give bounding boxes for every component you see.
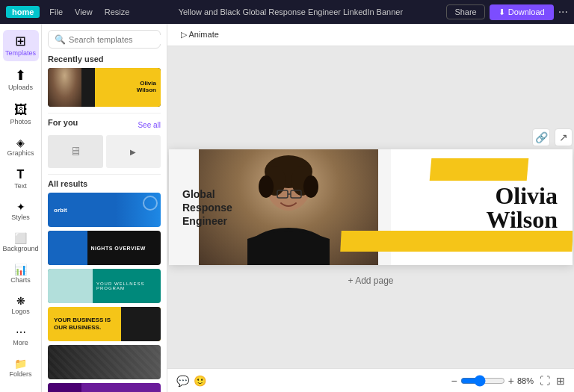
- sidebar-item-uploads[interactable]: ⬆ Uploads: [3, 64, 39, 96]
- for-you-section: For you See all 🖥 ▶: [48, 118, 161, 168]
- animate-icon: ▷: [181, 30, 187, 39]
- sidebar-item-photos[interactable]: 🖼 Photos: [3, 99, 39, 130]
- banner-name: Olivia Wilson: [487, 184, 558, 231]
- all-results-section: All results orbit NIGHTS OVERVIEW YOUR W…: [48, 179, 161, 392]
- styles-icon: ✦: [16, 202, 25, 212]
- for-you-item-1[interactable]: 🖥: [48, 135, 103, 168]
- sidebar-item-styles[interactable]: ✦ Styles: [3, 197, 39, 225]
- top-bar: home File View Resize Yellow and Black G…: [0, 0, 574, 24]
- menu-view[interactable]: View: [70, 6, 98, 18]
- sidebar-label-templates: Templates: [5, 49, 36, 57]
- sidebar-label-uploads: Uploads: [8, 84, 33, 91]
- canvas-link-button[interactable]: 🔗: [532, 128, 550, 146]
- banner-background: Global Response Engineer Olivia Wilson: [169, 149, 573, 265]
- canvas-container: 🔗 ↗: [169, 149, 573, 265]
- main-layout: ⊞ Templates ⬆ Uploads 🖼 Photos ◈ Graphic…: [0, 24, 574, 392]
- grid-icon[interactable]: ⊞: [556, 375, 565, 387]
- svg-point-5: [303, 175, 318, 198]
- uploads-icon: ⬆: [15, 69, 26, 82]
- sidebar-label-graphics: Graphics: [7, 149, 34, 157]
- add-page-button[interactable]: + Add page: [339, 273, 402, 289]
- topbar-actions: Share ⬇ Download ···: [446, 4, 568, 20]
- template-item-2[interactable]: NIGHTS OVERVIEW: [48, 231, 161, 265]
- document-title: Yellow and Black Global Response Enginee…: [139, 7, 442, 16]
- sidebar-item-templates[interactable]: ⊞ Templates: [3, 30, 39, 61]
- sidebar-label-background: Background: [2, 245, 38, 252]
- brand-home[interactable]: home: [6, 6, 40, 18]
- sidebar-item-text[interactable]: T Text: [3, 164, 39, 194]
- zoom-value: 88%: [517, 376, 534, 385]
- text-icon: T: [17, 169, 25, 181]
- panel-divider-1: [48, 113, 161, 113]
- background-icon: ⬜: [14, 233, 27, 243]
- zoom-slider[interactable]: [460, 375, 505, 387]
- graphics-icon: ◈: [16, 137, 25, 148]
- recently-used-thumb[interactable]: Olivia Wilson: [48, 68, 161, 107]
- search-icon: 🔍: [55, 34, 66, 45]
- recently-used-title: Recently used: [48, 55, 161, 63]
- template-item-4[interactable]: YOUR BUSINESS ISOUR BUSINESS.: [48, 307, 161, 341]
- search-bar[interactable]: 🔍 ⊟: [48, 30, 161, 49]
- comment-icon[interactable]: 💬: [176, 375, 189, 387]
- svg-point-4: [259, 175, 274, 198]
- for-you-item-2[interactable]: ▶: [106, 135, 161, 168]
- banner-yellow-top: [430, 158, 529, 181]
- download-button[interactable]: ⬇ Download: [490, 4, 554, 20]
- recently-used-section: Recently used Olivia Wilson: [48, 55, 161, 107]
- sidebar-item-folders[interactable]: 📁 Folders: [3, 354, 39, 382]
- sidebar-item-graphics[interactable]: ◈ Graphics: [3, 133, 39, 161]
- sidebar-label-logos: Logos: [11, 308, 30, 315]
- zoom-in-button[interactable]: +: [508, 375, 514, 387]
- sidebar-label-charts: Charts: [10, 276, 31, 284]
- top-menu: File View Resize: [44, 6, 135, 18]
- name-line1: Olivia: [487, 184, 558, 208]
- fullscreen-icon[interactable]: ⛶: [540, 375, 550, 387]
- sidebar-item-more[interactable]: ⋯ More: [3, 323, 39, 351]
- more-icon: ⋯: [16, 327, 26, 337]
- templates-icon: ⊞: [15, 34, 26, 48]
- sidebar-item-background[interactable]: ⬜ Background: [3, 228, 39, 257]
- charts-icon: 📊: [14, 264, 27, 275]
- templates-panel: 🔍 ⊟ Recently used Olivia Wilson For y: [42, 24, 167, 392]
- sidebar-label-photos: Photos: [10, 118, 31, 125]
- search-input[interactable]: [69, 35, 167, 44]
- see-all-button[interactable]: See all: [138, 121, 161, 129]
- panel-divider-2: [48, 174, 161, 175]
- sidebar-item-charts[interactable]: 📊 Charts: [3, 260, 39, 288]
- person-svg: [221, 149, 356, 265]
- emoji-icon[interactable]: 🙂: [194, 375, 206, 387]
- bottombar-right: − + 88% ⛶ ⊞: [451, 375, 565, 387]
- template-item-3[interactable]: YOUR WELLNESS PROGRAM: [48, 269, 161, 303]
- for-you-row: 🖥 ▶: [48, 135, 161, 168]
- bottombar-left: 💬 🙂: [176, 375, 206, 387]
- zoom-control: − + 88%: [451, 375, 534, 387]
- download-icon: ⬇: [499, 7, 505, 17]
- linkedin-banner[interactable]: Global Response Engineer Olivia Wilson: [169, 149, 573, 265]
- sidebar-label-styles: Styles: [11, 214, 30, 221]
- zoom-out-button[interactable]: −: [451, 375, 457, 387]
- template-item-1[interactable]: orbit: [48, 193, 161, 227]
- bottom-bar: 💬 🙂 − + 88% ⛶ ⊞: [167, 368, 574, 392]
- sidebar-label-text: Text: [14, 182, 27, 190]
- animate-button[interactable]: ▷ Animate: [176, 28, 223, 41]
- photos-icon: 🖼: [14, 103, 28, 116]
- menu-resize[interactable]: Resize: [99, 6, 135, 18]
- folders-icon: 📁: [14, 358, 27, 369]
- sidebar: ⊞ Templates ⬆ Uploads 🖼 Photos ◈ Graphic…: [0, 24, 42, 392]
- canvas-area: ▷ Animate 🔗 ↗: [167, 24, 574, 392]
- canvas-wrapper: 🔗 ↗: [167, 46, 574, 392]
- template-item-5[interactable]: [48, 345, 161, 379]
- more-button[interactable]: ···: [558, 5, 568, 19]
- share-button[interactable]: Share: [446, 4, 484, 19]
- sidebar-item-logos[interactable]: ❋ Logos: [3, 291, 39, 320]
- for-you-title: For you: [48, 118, 78, 127]
- logos-icon: ❋: [16, 296, 25, 306]
- canvas-toolbar: ▷ Animate: [167, 24, 574, 46]
- canvas-external-button[interactable]: ↗: [555, 128, 573, 146]
- canvas-actions: 🔗 ↗: [532, 128, 573, 146]
- sidebar-label-folders: Folders: [9, 370, 31, 378]
- sidebar-label-more: More: [13, 339, 28, 346]
- banner-yellow-bottom: [340, 231, 573, 252]
- menu-file[interactable]: File: [44, 6, 68, 18]
- template-item-6[interactable]: CHAMBELISHRIVASTAV: [48, 383, 161, 392]
